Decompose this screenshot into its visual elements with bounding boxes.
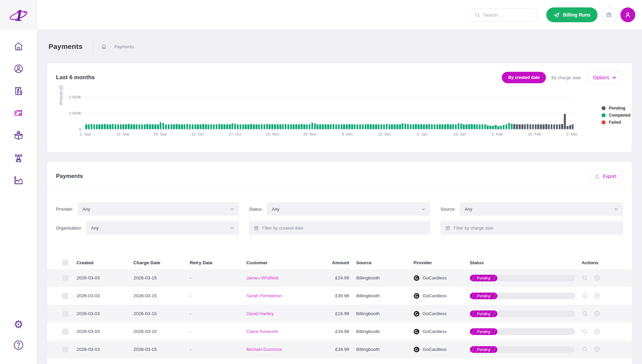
chart-bar	[357, 124, 359, 129]
row-checkbox[interactable]	[62, 275, 68, 281]
breadcrumb-home-icon[interactable]	[101, 44, 107, 50]
filters: Provider: Any Status: Any	[47, 189, 632, 240]
home-icon	[13, 41, 24, 52]
charge-date-filter[interactable]: Filter by charge date	[440, 221, 623, 235]
cancel-icon	[594, 275, 600, 281]
cancel-payment-button[interactable]	[594, 275, 600, 281]
sidebar-item-reports[interactable]	[13, 175, 24, 185]
cell-charge-date: 2026-03-15	[133, 311, 190, 316]
cancel-payment-button[interactable]	[594, 293, 600, 299]
x-tick-label: 15. Sep	[116, 132, 129, 136]
organisation-select[interactable]: Any	[86, 221, 239, 235]
search-input[interactable]: Search...	[469, 8, 538, 22]
chart-bar	[223, 124, 225, 129]
status-progress: Pending	[470, 275, 575, 281]
provider-select[interactable]: Any	[78, 202, 239, 216]
chart-bar	[141, 124, 143, 129]
chart-bar	[98, 124, 100, 129]
app-logo[interactable]: 1	[0, 0, 37, 30]
chart-bar	[250, 124, 252, 129]
x-tick-label: 8. Dec	[342, 132, 353, 136]
chart-bar	[527, 124, 529, 129]
sidebar-item-telecoms[interactable]	[13, 152, 24, 163]
paper-plane-icon	[553, 12, 560, 18]
cancel-icon	[594, 328, 600, 335]
select-all-checkbox[interactable]	[62, 260, 68, 266]
cell-created: 2026-03-03	[77, 311, 133, 316]
status-select[interactable]: Any	[267, 202, 430, 216]
chart-bar	[285, 124, 287, 129]
view-icon	[582, 310, 588, 317]
provider-filter-label: Provider:	[56, 207, 73, 212]
chart-bar	[559, 124, 561, 129]
chart-bar	[428, 124, 430, 129]
source-select[interactable]: Any	[460, 202, 623, 216]
chart-bar	[402, 123, 404, 129]
chart-bar	[521, 124, 523, 129]
chart-bar	[412, 124, 415, 129]
download-icon	[594, 173, 600, 179]
sidebar-item-payments[interactable]	[13, 108, 24, 119]
x-tick-mark	[534, 129, 535, 131]
sidebar-item-settings[interactable]: ⚙	[13, 319, 24, 330]
by-charge-date-toggle[interactable]: By charge date	[551, 75, 581, 80]
chart-bar	[314, 123, 316, 129]
chart-bar	[144, 124, 146, 129]
x-tick-label: 19. Jan	[453, 132, 466, 136]
billing-runs-button[interactable]: Billing Runs	[546, 7, 598, 22]
chart-bar	[149, 124, 151, 129]
chart-bar	[189, 124, 191, 129]
sidebar-bottom: ⚙	[0, 319, 37, 351]
customer-link[interactable]: David Hartley	[246, 311, 274, 316]
cancel-payment-button[interactable]	[594, 328, 600, 335]
x-tick-mark	[272, 129, 273, 131]
row-checkbox[interactable]	[62, 329, 68, 335]
customer-link[interactable]: Claire Ashworth	[246, 329, 278, 334]
legend-item-failed: Failed	[602, 120, 631, 125]
options-button[interactable]: Options	[586, 71, 623, 84]
chart-bar	[532, 124, 534, 129]
row-checkbox[interactable]	[62, 346, 68, 353]
view-payment-button[interactable]	[582, 275, 588, 281]
cancel-payment-button[interactable]	[594, 310, 600, 317]
chart-bar	[213, 124, 215, 129]
chart-bar	[516, 124, 518, 129]
created-date-filter[interactable]: Filter by created date	[249, 221, 430, 235]
y-tick-2000k: 2,000K	[69, 95, 81, 99]
cancel-payment-button[interactable]	[594, 346, 600, 353]
row-checkbox[interactable]	[62, 293, 68, 299]
chart-bar	[146, 124, 148, 129]
x-tick-label: 16. Feb	[528, 132, 541, 136]
sidebar-item-products[interactable]	[13, 130, 24, 141]
chart-bar	[455, 124, 457, 129]
chart-bar	[133, 124, 135, 129]
avatar-button[interactable]	[620, 7, 635, 22]
customer-link[interactable]: Michael Dunmore	[246, 347, 282, 352]
chart-bar	[88, 124, 90, 129]
cell-source: Billingbooth	[349, 275, 414, 280]
sidebar-item-invoices[interactable]	[13, 86, 24, 96]
breadcrumb-separator: -	[110, 44, 112, 49]
view-payment-button[interactable]	[582, 310, 588, 317]
view-payment-button[interactable]	[582, 346, 588, 353]
row-checkbox[interactable]	[62, 311, 68, 317]
sidebar-item-customers[interactable]	[13, 63, 24, 74]
status-filter-label: Status:	[249, 207, 263, 212]
view-payment-button[interactable]	[582, 293, 588, 299]
export-button[interactable]: Export	[587, 169, 623, 183]
chart-bar	[436, 124, 438, 129]
by-created-date-toggle[interactable]: By created date	[502, 72, 546, 83]
sidebar-item-home[interactable]	[13, 41, 24, 52]
chart-bar	[351, 124, 353, 129]
cancel-icon	[594, 346, 600, 353]
gift-button[interactable]	[602, 7, 616, 22]
view-payment-button[interactable]	[582, 328, 588, 335]
main-content: Payments - Payments Last 6 months By cre…	[37, 30, 642, 364]
chart-bar	[564, 114, 566, 129]
customer-link[interactable]: Sarah Pemberton	[246, 293, 282, 298]
customer-link[interactable]: James Whitfield	[246, 275, 278, 280]
table-row: 2026-03-032026-03-15-James Whitfield£24.…	[47, 269, 632, 287]
sidebar-item-help[interactable]	[13, 340, 24, 351]
cell-provider: GoCardless	[414, 311, 470, 317]
payments-card-title: Payments	[56, 173, 83, 180]
